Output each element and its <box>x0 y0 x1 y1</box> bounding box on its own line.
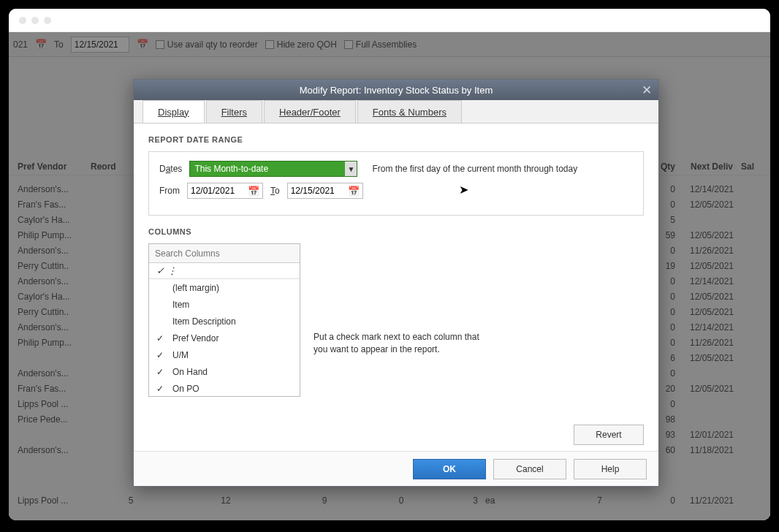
traffic-light-close[interactable] <box>19 17 26 24</box>
checkmark-icon: ✓ <box>156 350 165 360</box>
dialog-footer: OK Cancel Help <box>134 451 658 486</box>
column-option[interactable]: ✓On Hand <box>149 363 300 380</box>
column-option-label: (left margin) <box>172 283 219 293</box>
column-option[interactable]: ✓On PO <box>149 380 300 396</box>
tab-filters[interactable]: Filters <box>206 100 262 123</box>
columns-list[interactable]: (left margin)ItemItem Description✓Pref V… <box>149 279 300 396</box>
summary-row: Lipps Pool ... 5 12 9 0 3 ea 7 0 11/21/2… <box>9 493 770 509</box>
cell-vendor: Lipps Pool ... <box>18 399 91 409</box>
cell-vendor: Anderson's... <box>18 246 91 256</box>
cell-vendor: Caylor's Ha... <box>18 292 91 302</box>
from-date-input[interactable] <box>191 186 243 196</box>
dates-hint-text: From the first day of the current month … <box>372 164 577 174</box>
to-date-input[interactable] <box>291 186 343 196</box>
header-pref-vendor: Pref Vendor <box>18 162 91 172</box>
checkmark-icon: ✓ <box>156 367 165 377</box>
calendar-icon[interactable]: 📅 <box>35 39 47 50</box>
column-option[interactable]: ✓Pref Vendor <box>149 330 300 346</box>
header-sal: Sal <box>741 162 770 172</box>
cell-vendor: Anderson's... <box>18 445 91 455</box>
date-to-input[interactable] <box>71 37 129 53</box>
cell-deliv: 12/14/2021 <box>683 322 741 332</box>
cell-deliv: 11/18/2021 <box>683 445 741 455</box>
cell-deliv: 12/05/2021 <box>683 353 741 363</box>
column-option-label: Item Description <box>172 316 236 327</box>
traffic-light-zoom[interactable] <box>44 17 51 24</box>
cell-deliv: 12/14/2021 <box>683 184 741 194</box>
column-option[interactable]: Item <box>149 296 300 313</box>
cell-deliv: 12/05/2021 <box>683 292 741 302</box>
cancel-button[interactable]: Cancel <box>493 459 566 479</box>
tab-display[interactable]: Display <box>142 100 205 123</box>
cell-vendor: Anderson's... <box>18 276 91 286</box>
close-icon[interactable]: ✕ <box>639 83 654 97</box>
browser-titlebar <box>9 9 770 32</box>
dialog-body: REPORT DATE RANGE Dates This Month-to-da… <box>134 123 658 451</box>
ok-button[interactable]: OK <box>413 459 486 479</box>
column-option-label: On Hand <box>172 367 208 377</box>
cell-deliv: 11/26/2021 <box>683 246 741 256</box>
cell-vendor: Fran's Fas... <box>18 200 91 210</box>
to-date-field[interactable]: 📅 <box>287 183 363 199</box>
use-avail-qty-checkbox[interactable]: Use avail qty to reorder <box>156 39 258 50</box>
columns-section-label: COLUMNS <box>148 227 644 236</box>
calendar-icon[interactable]: 📅 <box>137 39 148 50</box>
from-label: From <box>159 186 180 196</box>
columns-picker: ✓ ⋮ (left margin)ItemItem Description✓Pr… <box>148 243 300 397</box>
hide-zero-qoh-checkbox[interactable]: Hide zero QOH <box>265 39 337 50</box>
cell-vendor: Anderson's... <box>18 368 91 379</box>
from-date-field[interactable]: 📅 <box>187 183 263 199</box>
to-label: To <box>270 186 280 196</box>
revert-button[interactable]: Revert <box>574 425 644 445</box>
cell-deliv: 12/05/2021 <box>683 200 741 210</box>
dialog-titlebar: Modify Report: Inventory Stock Status by… <box>134 80 658 100</box>
dates-dropdown[interactable]: This Month-to-date ▼ <box>189 161 357 177</box>
cell-deliv: 12/05/2021 <box>683 384 741 394</box>
column-option[interactable]: ✓U/M <box>149 346 300 363</box>
cell-vendor: Perry Cuttin.. <box>18 261 91 271</box>
cell-deliv: 12/05/2021 <box>683 230 741 240</box>
column-option-label: Item <box>172 300 189 310</box>
traffic-light-minimize[interactable] <box>31 17 39 24</box>
column-option-label: Pref Vendor <box>172 333 218 343</box>
column-option[interactable]: Item Description <box>149 313 300 330</box>
cell-vendor: Anderson's... <box>18 184 91 194</box>
cell-deliv: 11/26/2021 <box>683 338 741 348</box>
cell-vendor: Philip Pump... <box>18 338 91 348</box>
columns-check-header: ✓ ⋮ <box>149 263 300 279</box>
cell-vendor: Anderson's... <box>18 322 91 332</box>
date-range-section-label: REPORT DATE RANGE <box>148 135 644 144</box>
cell-vendor: Lipps Pool ... <box>18 495 91 506</box>
column-option-label: U/M <box>172 350 189 360</box>
cell-vendor: Caylor's Ha... <box>18 215 91 225</box>
dates-dropdown-value: This Month-to-date <box>194 164 268 174</box>
cell-deliv: 12/05/2021 <box>683 261 741 271</box>
calendar-icon[interactable]: 📅 <box>248 185 259 197</box>
help-button[interactable]: Help <box>574 459 647 479</box>
cell-vendor: Philip Pump... <box>18 230 91 240</box>
app-area: 021 📅 To 📅 Use avail qty to reorder Hide… <box>9 32 770 520</box>
dates-label: Dates <box>159 164 182 174</box>
column-option-label: On PO <box>172 384 200 394</box>
search-columns-input[interactable] <box>149 244 300 263</box>
dialog-tabs: Display Filters Header/Footer Fonts & Nu… <box>134 100 658 123</box>
checkmark-icon: ✓ <box>156 384 165 394</box>
browser-frame: 021 📅 To 📅 Use avail qty to reorder Hide… <box>9 9 770 520</box>
cell-deliv: 12/05/2021 <box>683 307 741 317</box>
checkmark-icon: ✓ <box>156 333 165 343</box>
calendar-icon[interactable]: 📅 <box>348 185 360 197</box>
header-next-deliv: Next Deliv <box>683 162 741 172</box>
tab-fonts-numbers[interactable]: Fonts & Numbers <box>357 100 462 123</box>
column-option[interactable]: (left margin) <box>149 279 300 296</box>
tab-header-footer[interactable]: Header/Footer <box>264 100 356 123</box>
report-toolbar: 021 📅 To 📅 Use avail qty to reorder Hide… <box>9 32 770 57</box>
cell-deliv: 12/14/2021 <box>683 276 741 286</box>
columns-hint-text: Put a check mark next to each column tha… <box>314 331 482 356</box>
full-assemblies-checkbox[interactable]: Full Assemblies <box>344 39 417 50</box>
to-label: To <box>54 39 64 50</box>
cell-vendor: Price Pede... <box>18 414 91 425</box>
header-reord: Reord <box>91 162 134 172</box>
cell-vendor: Perry Cuttin.. <box>18 307 91 317</box>
cell-deliv: 12/01/2021 <box>683 430 741 440</box>
cell-vendor: Fran's Fas... <box>18 384 91 394</box>
